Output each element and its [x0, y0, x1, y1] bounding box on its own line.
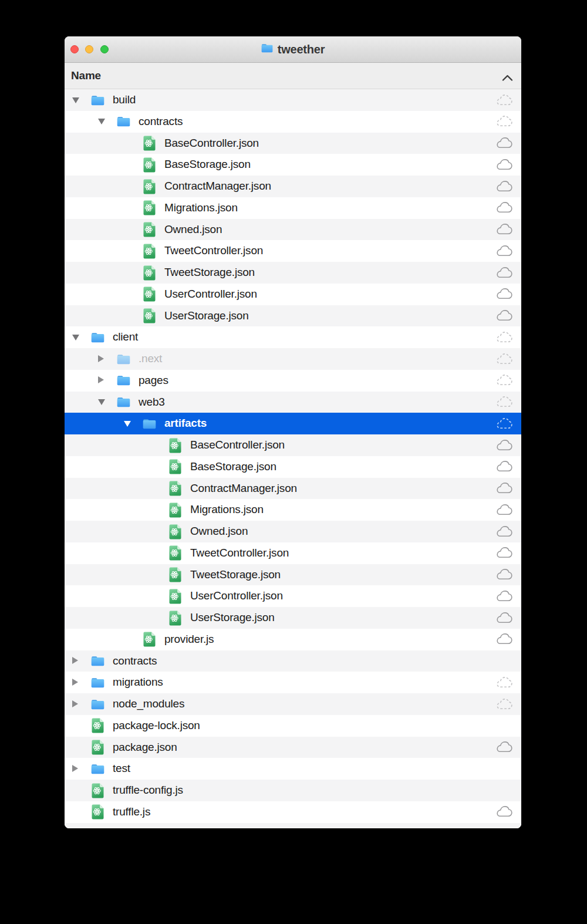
folder-row[interactable]: contracts — [65, 111, 521, 133]
file-row[interactable]: TweetController.json — [65, 542, 521, 564]
folder-row[interactable]: build — [65, 89, 521, 111]
folder-row[interactable]: .next — [65, 348, 521, 370]
row-label: test — [113, 758, 130, 780]
file-row[interactable]: BaseController.json — [65, 133, 521, 154]
row-label: build — [113, 89, 136, 111]
document-atom-icon — [169, 503, 181, 520]
document-atom-icon — [92, 740, 104, 757]
file-row[interactable]: Migrations.json — [65, 499, 521, 521]
cloud-dashed-icon — [495, 396, 514, 411]
folder-icon — [143, 419, 156, 431]
cloud-outline-icon — [495, 245, 514, 260]
row-label: Owned.json — [164, 219, 222, 241]
window-titlebar[interactable]: tweether — [65, 36, 521, 63]
file-row[interactable]: Migrations.json — [65, 197, 521, 219]
document-atom-icon — [143, 157, 156, 175]
folder-row[interactable]: client — [65, 326, 521, 348]
triangle-right-icon[interactable] — [98, 376, 104, 383]
folder-row[interactable]: migrations — [65, 672, 521, 693]
row-label: artifacts — [164, 413, 207, 434]
finder-window: tweether Name build contracts — [65, 36, 521, 828]
triangle-right-icon[interactable] — [72, 765, 78, 772]
document-atom-icon — [143, 286, 156, 304]
triangle-right-icon[interactable] — [72, 679, 78, 686]
folder-row[interactable]: pages — [65, 370, 521, 392]
cloud-outline-icon — [495, 288, 514, 303]
file-list: build contracts BaseController.json — [65, 89, 521, 828]
close-button[interactable] — [70, 45, 79, 53]
folder-row[interactable]: node_modules — [65, 693, 521, 715]
row-label: BaseController.json — [190, 434, 285, 456]
folder-row[interactable]: test — [65, 758, 521, 780]
file-row[interactable]: UserController.json — [65, 284, 521, 305]
document-atom-icon — [169, 545, 181, 563]
cloud-outline-icon — [495, 267, 514, 282]
list-empty-area — [65, 823, 521, 829]
document-atom-icon — [169, 438, 181, 456]
cloud-dashed-icon — [495, 698, 514, 713]
row-label: migrations — [113, 672, 163, 693]
cloud-outline-icon — [495, 201, 514, 217]
row-label: UserController.json — [190, 585, 283, 607]
file-row[interactable]: ContractManager.json — [65, 176, 521, 197]
folder-row[interactable]: artifacts — [65, 413, 521, 434]
window-title: tweether — [278, 43, 325, 56]
row-label: BaseController.json — [164, 133, 259, 154]
document-atom-icon — [143, 244, 156, 261]
triangle-right-icon[interactable] — [72, 657, 78, 664]
file-row[interactable]: Owned.json — [65, 521, 521, 542]
document-atom-icon — [143, 179, 156, 197]
file-row[interactable]: ContractManager.json — [65, 478, 521, 500]
file-row[interactable]: BaseStorage.json — [65, 154, 521, 176]
document-atom-icon — [169, 481, 181, 498]
folder-row[interactable]: contracts — [65, 650, 521, 672]
file-row[interactable]: TweetStorage.json — [65, 262, 521, 284]
chevron-up-icon — [502, 73, 513, 83]
row-label: node_modules — [113, 693, 184, 715]
row-label: provider.js — [164, 629, 214, 650]
file-row[interactable]: UserStorage.json — [65, 305, 521, 327]
row-label: TweetController.json — [190, 542, 289, 564]
triangle-down-icon[interactable] — [98, 119, 105, 124]
file-row[interactable]: UserController.json — [65, 585, 521, 607]
minimize-button[interactable] — [85, 45, 93, 53]
file-row[interactable]: truffle.js — [65, 801, 521, 823]
zoom-button[interactable] — [100, 45, 109, 53]
folder-icon — [91, 656, 104, 669]
file-row[interactable]: BaseController.json — [65, 434, 521, 456]
row-label: Migrations.json — [190, 499, 264, 521]
folder-icon — [117, 375, 130, 388]
triangle-right-icon[interactable] — [72, 700, 78, 707]
row-label: UserStorage.json — [190, 607, 275, 629]
file-row[interactable]: Owned.json — [65, 219, 521, 241]
triangle-down-icon[interactable] — [72, 335, 79, 340]
triangle-down-icon[interactable] — [124, 421, 131, 427]
cloud-outline-icon — [495, 525, 514, 541]
name-column-header[interactable]: Name — [65, 63, 521, 89]
file-row[interactable]: provider.js — [65, 629, 521, 650]
file-row[interactable]: TweetController.json — [65, 240, 521, 262]
triangle-down-icon[interactable] — [98, 399, 105, 405]
cloud-dashed-icon — [495, 374, 514, 389]
folder-row[interactable]: web3 — [65, 392, 521, 413]
row-label: package-lock.json — [113, 715, 200, 737]
cloud-dashed-icon — [495, 115, 514, 130]
file-row[interactable]: TweetStorage.json — [65, 564, 521, 586]
cloud-dashed-icon — [495, 417, 514, 433]
document-atom-icon — [92, 783, 104, 801]
file-row[interactable]: UserStorage.json — [65, 607, 521, 629]
triangle-down-icon[interactable] — [72, 97, 79, 103]
row-label: BaseStorage.json — [164, 154, 251, 176]
document-atom-icon — [143, 222, 156, 240]
cloud-outline-icon — [495, 137, 514, 152]
file-row[interactable]: BaseStorage.json — [65, 456, 521, 478]
folder-icon — [117, 354, 130, 367]
triangle-right-icon[interactable] — [98, 355, 104, 362]
cloud-outline-icon — [495, 568, 514, 584]
folder-icon — [91, 764, 104, 777]
file-row[interactable]: truffle-config.js — [65, 780, 521, 801]
row-label: ContractManager.json — [164, 176, 271, 197]
cloud-outline-icon — [495, 547, 514, 562]
file-row[interactable]: package-lock.json — [65, 715, 521, 737]
file-row[interactable]: package.json — [65, 737, 521, 758]
